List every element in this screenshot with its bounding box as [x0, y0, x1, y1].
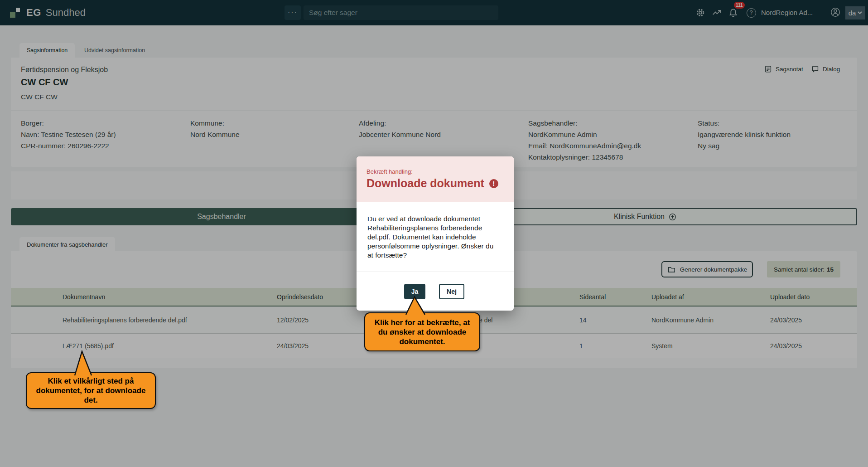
modal-header: Bekræft handling: Downloade dokument ! — [357, 156, 514, 202]
divider — [357, 272, 514, 272]
callout-click-document: Klik et vilkårligt sted på dokumentet, f… — [26, 372, 156, 409]
callout-confirm-download: Klik her for at bekræfte, at du ønsker a… — [364, 312, 480, 351]
no-button[interactable]: Nej — [439, 284, 464, 299]
warning-icon: ! — [489, 179, 498, 188]
modal-body-text: Du er ved at downloade dokumentet Rehabi… — [367, 214, 504, 260]
modal-kicker: Bekræft handling: — [366, 168, 413, 175]
callout-confirm-tail — [401, 296, 430, 316]
modal-title: Downloade dokument — [366, 177, 484, 190]
confirm-download-modal: Bekræft handling: Downloade dokument ! D… — [357, 156, 514, 311]
callout-click-document-tail — [69, 350, 98, 376]
